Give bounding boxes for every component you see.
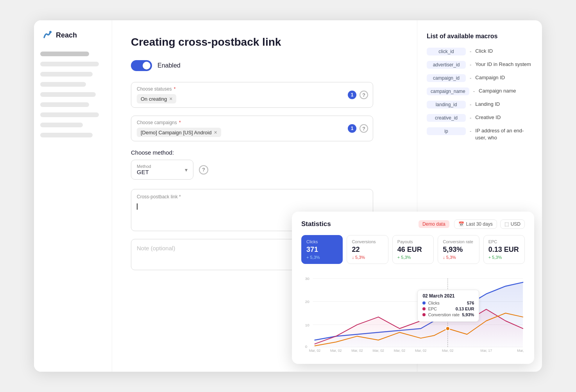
campaigns-tags: [Demo] Campaign [US] Android × <box>137 128 345 137</box>
method-section-label: Choose method: <box>131 149 398 156</box>
toggle-row: Enabled <box>131 60 398 71</box>
macro-key-click-id: click_id <box>427 48 466 55</box>
sidebar-item-5[interactable] <box>40 92 96 97</box>
payouts-label: Payouts <box>397 239 429 244</box>
macro-desc-campaign-name: Campaign name <box>479 87 516 94</box>
sidebar-item-8[interactable] <box>40 123 83 127</box>
svg-text:Mar, 02: Mar, 02 <box>372 349 384 353</box>
macro-row: advertiser_id - Your ID in Reach system <box>427 61 533 69</box>
calendar-icon: 📅 <box>458 221 464 227</box>
sidebar: Reach <box>34 20 112 372</box>
chart-container: 30 20 10 0 <box>301 270 525 356</box>
svg-text:Mar, 02: Mar, 02 <box>309 349 321 353</box>
demo-data-badge: Demo data <box>419 220 449 228</box>
tooltip-metric-epc: EPC <box>428 306 453 311</box>
macro-row: ip - IP address of an end-user, who <box>427 127 533 141</box>
svg-text:0: 0 <box>305 344 308 349</box>
statistics-chart: 30 20 10 0 <box>301 270 525 356</box>
sidebar-item-7[interactable] <box>40 112 99 117</box>
tooltip-metric-conv-rate: Converstion rate <box>428 312 460 317</box>
currency-icon: ⬚ <box>504 221 509 227</box>
sidebar-item-4[interactable] <box>40 82 86 87</box>
svg-text:Mar, 02: Mar, 02 <box>442 349 454 353</box>
stat-card-payouts[interactable]: Payouts 46 EUR + 5,3% <box>392 235 434 264</box>
date-range-label: Last 30 days <box>466 221 493 227</box>
svg-text:20: 20 <box>305 299 309 304</box>
method-field-label: Method <box>137 164 151 169</box>
epc-change: + 5,3% <box>488 255 520 260</box>
chevron-down-icon: ▾ <box>185 167 188 173</box>
svg-text:Mar, 02: Mar, 02 <box>351 349 363 353</box>
postback-link-label: Cross-postback link * <box>137 194 367 200</box>
stats-controls: 📅 Last 30 days ⬚ USD <box>454 219 525 229</box>
sidebar-logo: Reach <box>40 30 106 41</box>
tooltip-metric-clicks: Clicks <box>428 301 465 305</box>
svg-point-0 <box>49 31 52 33</box>
method-section: Choose method: Method GET ▾ ? <box>131 149 398 180</box>
macro-desc-advertiser-id: Your ID in Reach system <box>475 61 531 68</box>
note-label: Note (optional) <box>137 245 175 251</box>
payouts-change: + 5,3% <box>397 255 429 260</box>
stat-card-epc[interactable]: EPC 0.13 EUR + 5,3% <box>483 235 525 264</box>
svg-text:Mar, 02: Mar, 02 <box>394 349 406 353</box>
campaign-tag-close-icon[interactable]: × <box>214 129 217 135</box>
sidebar-item-9[interactable] <box>40 133 93 137</box>
sidebar-item-2[interactable] <box>40 62 99 66</box>
status-tag-close-icon[interactable]: × <box>169 96 172 102</box>
macro-desc-click-id: Click ID <box>475 48 493 55</box>
statuses-help-icon[interactable]: ? <box>360 91 368 99</box>
text-cursor <box>137 203 138 210</box>
stat-card-conversions[interactable]: Conversions 22 ↓ 5,3% <box>347 235 388 264</box>
stat-card-conversion-rate[interactable]: Conversion rate 5,93% ↓ 5,3% <box>438 235 479 264</box>
toggle-label: Enabled <box>157 62 181 69</box>
macro-desc-creative-id: Creative ID <box>475 114 501 121</box>
enabled-toggle[interactable] <box>131 60 152 71</box>
svg-text:10: 10 <box>305 323 309 327</box>
macro-row: landing_id - Landing ID <box>427 101 533 109</box>
tooltip-date: 02 March 2021 <box>422 293 474 299</box>
date-range-button[interactable]: 📅 Last 30 days <box>454 219 497 229</box>
conversion-rate-value: 5,93% <box>443 246 474 254</box>
sidebar-item-3[interactable] <box>40 72 93 77</box>
macro-key-landing-id: landing_id <box>427 101 466 109</box>
statuses-tags: On creating × <box>137 94 345 103</box>
svg-text:Mar, 02: Mar, 02 <box>330 349 342 353</box>
tooltip-row-clicks: Clicks 576 <box>422 301 474 305</box>
campaigns-field-box: Choose campaigns * [Demo] Campaign [US] … <box>131 116 373 141</box>
conversions-label: Conversions <box>352 239 383 244</box>
stat-card-clicks[interactable]: Clicks 371 + 5,3% <box>301 235 343 264</box>
sidebar-item-6[interactable] <box>40 102 89 107</box>
statuses-field-group: Choose statuses * On creating × 1 ? <box>131 82 398 108</box>
clicks-dot-icon <box>422 301 426 305</box>
macro-row: click_id - Click ID <box>427 48 533 55</box>
method-select[interactable]: Method GET ▾ <box>131 160 193 180</box>
macro-key-campaign-name: campaign_name <box>427 87 469 95</box>
payouts-value: 46 EUR <box>397 246 429 254</box>
clicks-label: Clicks <box>306 239 338 244</box>
statuses-count: 1 <box>348 91 356 99</box>
method-row: Method GET ▾ ? <box>131 160 398 180</box>
macro-row: campaign_name - Campaign name <box>427 87 533 95</box>
currency-label: USD <box>511 221 521 227</box>
macros-title: List of available macros <box>427 33 533 40</box>
conv-rate-dot-icon <box>422 313 426 316</box>
sidebar-item-1[interactable] <box>40 52 89 56</box>
reach-logo-icon <box>42 30 53 41</box>
app-container: Reach Creating cross-postback link Enabl… <box>34 20 542 372</box>
conversions-value: 22 <box>352 246 383 254</box>
svg-text:30: 30 <box>305 276 309 281</box>
stats-cards: Clicks 371 + 5,3% Conversions 22 ↓ 5,3% … <box>301 235 525 264</box>
method-help-icon[interactable]: ? <box>199 165 208 175</box>
macro-desc-landing-id: Landing ID <box>475 101 500 108</box>
currency-button[interactable]: ⬚ USD <box>500 219 525 229</box>
conversions-change: ↓ 5,3% <box>352 255 383 260</box>
conversion-rate-label: Conversion rate <box>443 239 474 244</box>
sidebar-navigation <box>40 52 106 137</box>
macro-key-advertiser-id: advertiser_id <box>427 61 466 69</box>
tooltip-val-clicks: 576 <box>467 301 474 305</box>
svg-text:Mar, 02: Mar, 02 <box>415 349 427 353</box>
macro-row: campaign_id - Campaign ID <box>427 74 533 82</box>
status-tag-on-creating: On creating × <box>137 94 176 103</box>
campaigns-help-icon[interactable]: ? <box>360 124 368 133</box>
conversion-rate-change: ↓ 5,3% <box>443 255 474 260</box>
